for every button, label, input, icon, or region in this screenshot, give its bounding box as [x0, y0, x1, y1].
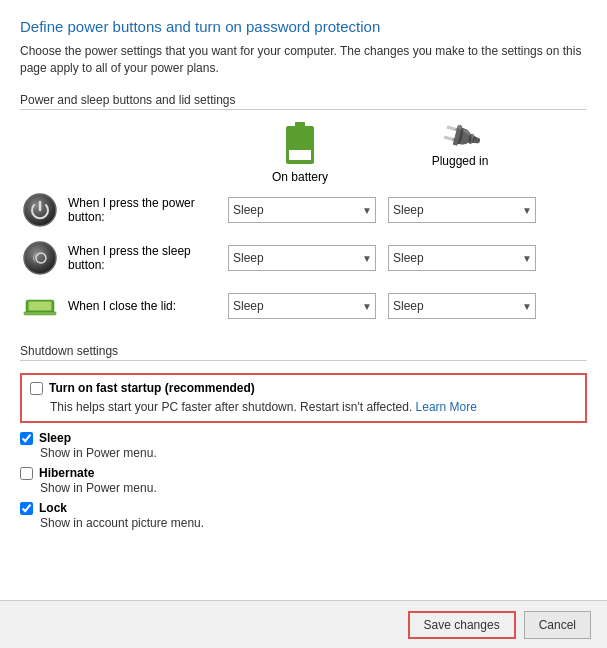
sleep-plugged-dropdown-container[interactable]: Sleep Hibernate Shut down Turn off the d…: [388, 245, 536, 271]
on-battery-label: On battery: [272, 170, 328, 184]
column-headers: On battery 🔌 Plugged in: [220, 122, 587, 184]
fast-startup-desc: This helps start your PC faster after sh…: [50, 399, 577, 416]
sleep-battery-dropdown[interactable]: Sleep Hibernate Shut down Turn off the d…: [228, 245, 376, 271]
lid-icon-svg: [22, 288, 58, 324]
lock-item: Lock Show in account picture menu.: [20, 501, 587, 530]
power-battery-dropdown-container[interactable]: Sleep Hibernate Shut down Turn off the d…: [228, 197, 376, 223]
shutdown-section-label: Shutdown settings: [20, 344, 587, 361]
power-section-label: Power and sleep buttons and lid settings: [20, 93, 587, 110]
fast-startup-checkbox[interactable]: [30, 382, 43, 395]
page-title: Define power buttons and turn on passwor…: [20, 18, 587, 35]
plugged-in-label: Plugged in: [432, 154, 489, 168]
lock-item-header: Lock: [20, 501, 587, 515]
fast-startup-label[interactable]: Turn on fast startup (recommended): [49, 381, 255, 395]
power-button-label: When I press the power button:: [68, 196, 228, 224]
sleep-item-header: Sleep: [20, 431, 587, 445]
svg-point-1: [24, 242, 56, 274]
power-plugged-dropdown-container[interactable]: Sleep Hibernate Shut down Turn off the d…: [388, 197, 536, 223]
bottom-bar: Save changes Cancel: [0, 600, 607, 648]
learn-more-link[interactable]: Learn More: [416, 400, 477, 414]
svg-rect-4: [29, 302, 51, 310]
sleep-item: Sleep Show in Power menu.: [20, 431, 587, 460]
power-plugged-dropdown[interactable]: Sleep Hibernate Shut down Turn off the d…: [388, 197, 536, 223]
power-icon-svg: [22, 192, 58, 228]
lid-plugged-dropdown[interactable]: Sleep Hibernate Shut down Turn off the d…: [388, 293, 536, 319]
power-section: Power and sleep buttons and lid settings…: [20, 93, 587, 326]
lid-plugged-dropdown-container[interactable]: Sleep Hibernate Shut down Turn off the d…: [388, 293, 536, 319]
sleep-button-row: When I press the sleep button: Sleep Hib…: [20, 238, 587, 278]
lock-checkbox[interactable]: [20, 502, 33, 515]
sleep-item-desc: Show in Power menu.: [40, 446, 587, 460]
sleep-icon-svg: [22, 240, 58, 276]
page-container: Define power buttons and turn on passwor…: [0, 0, 607, 648]
battery-icon: [286, 122, 314, 166]
hibernate-item-label[interactable]: Hibernate: [39, 466, 94, 480]
power-button-icon: [20, 190, 60, 230]
lid-label: When I close the lid:: [68, 299, 228, 313]
shutdown-section: Shutdown settings Turn on fast startup (…: [20, 344, 587, 531]
hibernate-item-header: Hibernate: [20, 466, 587, 480]
sleep-button-icon: [20, 238, 60, 278]
hibernate-item: Hibernate Show in Power menu.: [20, 466, 587, 495]
plugged-in-header: 🔌 Plugged in: [380, 122, 540, 184]
lock-item-label[interactable]: Lock: [39, 501, 67, 515]
lid-icon: [20, 286, 60, 326]
plug-icon: 🔌: [438, 115, 482, 157]
sleep-item-label[interactable]: Sleep: [39, 431, 71, 445]
power-battery-dropdown[interactable]: Sleep Hibernate Shut down Turn off the d…: [228, 197, 376, 223]
lid-battery-dropdown-container[interactable]: Sleep Hibernate Shut down Turn off the d…: [228, 293, 376, 319]
hibernate-item-desc: Show in Power menu.: [40, 481, 587, 495]
fast-startup-row: Turn on fast startup (recommended): [30, 381, 577, 395]
sleep-checkbox[interactable]: [20, 432, 33, 445]
page-description: Choose the power settings that you want …: [20, 43, 587, 77]
cancel-button[interactable]: Cancel: [524, 611, 591, 639]
on-battery-header: On battery: [220, 122, 380, 184]
sleep-button-label: When I press the sleep button:: [68, 244, 228, 272]
power-button-row: When I press the power button: Sleep Hib…: [20, 190, 587, 230]
fast-startup-box: Turn on fast startup (recommended) This …: [20, 373, 587, 424]
lid-row: When I close the lid: Sleep Hibernate Sh…: [20, 286, 587, 326]
lid-battery-dropdown[interactable]: Sleep Hibernate Shut down Turn off the d…: [228, 293, 376, 319]
lock-item-desc: Show in account picture menu.: [40, 516, 587, 530]
sleep-battery-dropdown-container[interactable]: Sleep Hibernate Shut down Turn off the d…: [228, 245, 376, 271]
hibernate-checkbox[interactable]: [20, 467, 33, 480]
sleep-plugged-dropdown[interactable]: Sleep Hibernate Shut down Turn off the d…: [388, 245, 536, 271]
save-changes-button[interactable]: Save changes: [408, 611, 516, 639]
